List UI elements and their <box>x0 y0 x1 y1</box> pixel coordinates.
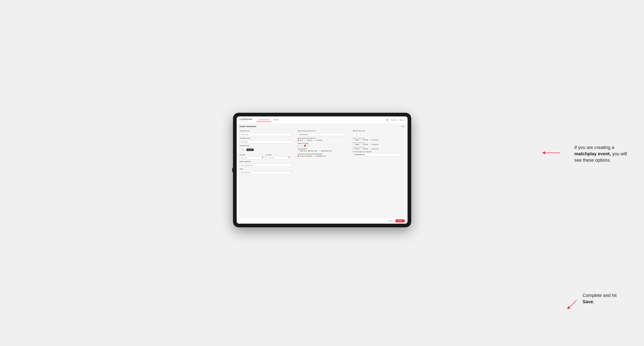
api-chevron-icon: ▾ <box>402 154 403 156</box>
round3-singles-option[interactable]: Singles <box>353 148 359 150</box>
scoring-medal-option[interactable]: Medal Match Play <box>319 150 332 152</box>
gender-mens-label: Mens <box>300 140 303 141</box>
venue-chevron-icon: ▾ <box>290 171 291 173</box>
gender-combined-option[interactable]: Combined <box>314 140 322 141</box>
scoring-label: Scoring system <box>298 148 347 150</box>
svg-point-1 <box>242 149 242 150</box>
round1-fourball-radio[interactable] <box>361 139 362 141</box>
end-date-input-wrap[interactable]: 📅 <box>266 156 292 159</box>
upload-button[interactable]: Upload <box>246 149 254 151</box>
venue-group: Venue ▾ <box>240 168 292 174</box>
rounds-1-option[interactable]: 1 <box>298 145 300 147</box>
round1-singles-option[interactable]: Singles <box>353 139 359 141</box>
logo-text: SCOREBOARD <box>240 119 252 120</box>
round3-singles-label: Singles <box>355 148 359 150</box>
round2-match-type-section: Round 2 - Match Type Singles Fourball <box>353 142 405 145</box>
tournament-logo-group: Tournament logo Upload <box>240 145 292 153</box>
logo-area: SCOREBOARD Powered by clippit <box>240 119 252 122</box>
date-group: Start date 📅 End date 📅 <box>240 154 292 159</box>
round2-singles-option[interactable]: Singles <box>353 144 359 145</box>
event-type-teams-option[interactable]: Teams (+Individuals) <box>298 155 312 157</box>
tablet-frame: SCOREBOARD Powered by clippit TOURNAMENT… <box>233 113 411 227</box>
form-header: Create Tournament ← Back <box>237 124 408 129</box>
form-body: Tournament Host Tournament name Tourname… <box>237 129 408 218</box>
scoring-group: Scoring system Stroke Play Match Play <box>298 148 347 152</box>
api-clear-icon[interactable]: ✕ <box>400 154 402 156</box>
back-button[interactable]: ← Back <box>400 126 405 127</box>
end-date-input[interactable] <box>268 157 288 158</box>
user-avatar <box>386 118 389 122</box>
tablet-side-button <box>232 168 233 172</box>
form-col-3: Maximum Team Size 5 Round 1 - Match Type… <box>350 130 405 216</box>
round1-match-type-section: Round 1 - Match Type Singles Fourball <box>353 138 405 141</box>
gender-group: Which gender is the event for? Mens Wome… <box>298 138 347 141</box>
round3-fourball-option[interactable]: Fourball <box>361 148 368 150</box>
round2-fourball-label: Fourball <box>363 144 368 145</box>
tournament-logo-label: Tournament logo <box>240 145 292 146</box>
round2-foursomes-label: Foursomes <box>372 144 379 145</box>
round3-foursomes-label: Foursomes <box>372 148 379 150</box>
tournament-name-group: Tournament name <box>240 138 292 144</box>
rounds-3-option[interactable]: 3 <box>304 145 306 147</box>
round3-foursomes-option[interactable]: Foursomes <box>370 148 379 150</box>
round1-fourball-label: Fourball <box>363 139 368 141</box>
round3-fourball-label: Fourball <box>363 148 368 150</box>
gender-combined-radio[interactable] <box>314 140 316 141</box>
round2-singles-radio[interactable] <box>353 144 354 145</box>
event-type-individuals-radio[interactable] <box>314 155 315 157</box>
top-navigation: SCOREBOARD Powered by clippit TOURNAMENT… <box>237 116 408 124</box>
tournament-host-input[interactable] <box>240 133 292 136</box>
scoring-stroke-radio[interactable] <box>298 150 299 152</box>
division-select[interactable]: NCAA Division I NCAA Division II NCAA Di… <box>298 133 347 136</box>
start-date-input-wrap[interactable]: 📅 <box>240 156 265 159</box>
venue-input[interactable] <box>240 171 292 174</box>
gender-womens-label: Womens <box>307 140 312 141</box>
scoring-match-option[interactable]: Match Play <box>308 150 317 152</box>
logo-placeholder <box>240 147 245 153</box>
arrow-save <box>564 298 580 310</box>
gender-mens-option[interactable]: Mens <box>298 140 303 141</box>
rounds-4-option[interactable]: 4 <box>307 145 310 147</box>
round3-singles-radio[interactable] <box>353 148 354 150</box>
round2-foursomes-option[interactable]: Foursomes <box>370 144 379 145</box>
round3-label: Round 3 - Match Type <box>353 147 405 148</box>
start-date-input[interactable] <box>241 157 262 158</box>
nav-right: Test User | Sign out <box>386 118 404 122</box>
cancel-button[interactable]: Cancel <box>386 219 394 222</box>
gender-womens-option[interactable]: Womens <box>305 140 312 141</box>
round3-fourball-radio[interactable] <box>361 148 362 150</box>
sponsor-input[interactable] <box>240 164 292 167</box>
event-type-individuals-option[interactable]: Individuals Only <box>314 155 326 157</box>
round2-fourball-radio[interactable] <box>361 144 362 145</box>
annotation-bottom-bold: Save. <box>582 299 594 304</box>
round1-foursomes-option[interactable]: Foursomes <box>370 139 379 141</box>
third-party-api-label: Use third-party live scoring API? <box>353 151 405 153</box>
nav-link-tournaments[interactable]: TOURNAMENTS <box>256 118 272 122</box>
round1-foursomes-radio[interactable] <box>370 139 371 141</box>
nav-link-teams[interactable]: TEAMS <box>272 118 280 122</box>
round2-fourball-option[interactable]: Fourball <box>361 144 368 145</box>
rounds-2-option[interactable]: 2 <box>301 145 303 147</box>
save-button[interactable]: Save <box>396 219 404 222</box>
api-select[interactable]: Leaderboard King ✕ ▾ <box>353 153 405 156</box>
round3-foursomes-radio[interactable] <box>370 148 371 150</box>
annotation-right: If you are creating a matchplay event, y… <box>574 145 628 163</box>
round1-fourball-option[interactable]: Fourball <box>361 139 368 141</box>
scoring-medal-radio[interactable] <box>319 150 320 152</box>
signout-link[interactable]: Sign out <box>399 119 405 121</box>
round1-singles-radio[interactable] <box>353 139 354 141</box>
round1-foursomes-label: Foursomes <box>372 139 379 141</box>
scoring-match-label: Match Play <box>310 150 317 152</box>
tournament-host-label: Tournament Host <box>240 130 292 132</box>
round2-foursomes-radio[interactable] <box>370 144 371 145</box>
event-type-teams-radio[interactable] <box>298 155 299 157</box>
gender-radio-group: Mens Womens Combined <box>298 140 347 141</box>
gender-mens-radio[interactable] <box>298 140 299 141</box>
max-team-size-input[interactable]: 5 <box>353 133 361 136</box>
round2-radio-group: Singles Fourball Foursomes <box>353 144 405 145</box>
start-date-label: Start date <box>240 154 265 156</box>
scoring-match-radio[interactable] <box>308 150 310 152</box>
scoring-stroke-option[interactable]: Stroke Play <box>298 150 306 152</box>
tournament-name-input[interactable] <box>240 140 292 144</box>
gender-womens-radio[interactable] <box>305 140 306 141</box>
